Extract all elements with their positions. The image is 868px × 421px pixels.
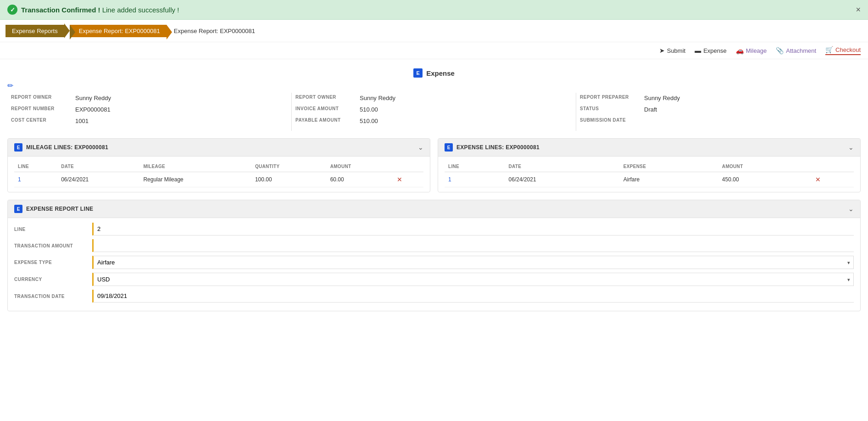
- success-banner: ✓ Transaction Confirmed ! Line added suc…: [0, 0, 868, 20]
- submit-button[interactable]: ➤ Submit: [659, 47, 685, 54]
- attachment-icon: 📎: [776, 47, 784, 54]
- invoice-amount-value: 510.00: [360, 106, 378, 113]
- expense-report-line-panel: E EXPENSE REPORT LINE ⌄ LINE TRANSACTION…: [7, 200, 861, 311]
- col-expense-e: EXPENSE: [620, 161, 718, 172]
- transaction-amount-input[interactable]: [92, 239, 854, 252]
- form-panel-title: EXPENSE REPORT LINE: [26, 206, 93, 212]
- report-preparer-value: Sunny Reddy: [644, 95, 680, 101]
- breadcrumb: Expense Reports Expense Report: EXP00000…: [0, 20, 868, 42]
- expense-table-header: LINE DATE EXPENSE AMOUNT: [445, 161, 854, 172]
- transaction-amount-label: TRANSACTION AMOUNT: [14, 243, 92, 248]
- col-action: [393, 161, 423, 172]
- panels-row: E MILEAGE LINES: EXP0000081 ⌄ LINE DATE …: [7, 138, 861, 192]
- expense-center-header: E Expense: [7, 68, 861, 78]
- mileage-panel-title: MILEAGE LINES: EXP0000081: [26, 144, 108, 151]
- submission-date-label: SUBMISSION DATE: [580, 118, 644, 123]
- currency-select-wrapper: USD EUR GBP CAD ▾: [92, 273, 854, 286]
- mileage-delete-cell: ✕: [393, 172, 423, 187]
- expense-panel-chevron[interactable]: ⌄: [848, 144, 854, 151]
- form-panel-chevron[interactable]: ⌄: [848, 205, 854, 213]
- car-icon: 🚗: [736, 47, 744, 54]
- info-col-1: REPORT OWNER Sunny Reddy REPORT NUMBER E…: [7, 93, 292, 131]
- attachment-button[interactable]: 📎 Attachment: [776, 47, 816, 54]
- breadcrumb-item-2[interactable]: Expense Report: EXP0000081: [70, 25, 167, 37]
- mileage-panel-icon: E: [14, 143, 22, 152]
- expense-panel-icon: E: [445, 143, 453, 152]
- col-action-e: [812, 161, 854, 172]
- transaction-date-input[interactable]: [92, 290, 854, 303]
- line-field-label: LINE: [14, 227, 92, 232]
- mileage-table-header: LINE DATE MILEAGE QUANTITY AMOUNT: [14, 161, 423, 172]
- breadcrumb-current[interactable]: Expense Report: EXP0000081: [70, 25, 167, 37]
- col-amount: AMOUNT: [327, 161, 393, 172]
- form-section: LINE TRANSACTION AMOUNT EXPENSE TYPE Air…: [8, 218, 860, 311]
- edit-icon-row: ✏: [7, 79, 861, 93]
- expense-panel-body: LINE DATE EXPENSE AMOUNT 1 06/24/2021 Ai…: [438, 157, 860, 192]
- payable-amount-label: PAYABLE AMOUNT: [295, 118, 360, 123]
- status-label: STATUS: [580, 106, 644, 111]
- info-grid: REPORT OWNER Sunny Reddy REPORT NUMBER E…: [7, 93, 861, 131]
- form-row-currency: CURRENCY USD EUR GBP CAD ▾: [14, 273, 854, 286]
- col-date: DATE: [57, 161, 139, 172]
- expense-button[interactable]: ▬ Expense: [695, 47, 727, 54]
- col-line-e: LINE: [445, 161, 505, 172]
- checkout-icon: 🛒: [825, 46, 833, 53]
- col-quantity: QUANTITY: [251, 161, 327, 172]
- info-col-2: REPORT OWNER Sunny Reddy INVOICE AMOUNT …: [292, 93, 576, 131]
- edit-icon[interactable]: ✏: [7, 82, 13, 90]
- expense-date: 06/24/2021: [505, 172, 620, 187]
- success-text: Transaction Confirmed ! Line added succe…: [21, 6, 179, 14]
- expense-type-select-wrapper: Airfare Hotel Meals Transportation Other…: [92, 256, 854, 269]
- expense-type-select[interactable]: Airfare Hotel Meals Transportation Other: [92, 256, 854, 269]
- mileage-panel-chevron[interactable]: ⌄: [418, 144, 423, 151]
- col-date-e: DATE: [505, 161, 620, 172]
- cost-center-label: COST CENTER: [11, 118, 75, 123]
- breadcrumb-link-expense-reports[interactable]: Expense Reports: [6, 25, 64, 37]
- form-row-expense-type: EXPENSE TYPE Airfare Hotel Meals Transpo…: [14, 256, 854, 269]
- currency-select[interactable]: USD EUR GBP CAD: [92, 273, 854, 286]
- breadcrumb-item-1[interactable]: Expense Reports: [6, 23, 70, 38]
- cost-center-value: 1001: [75, 118, 89, 124]
- success-icon: ✓: [7, 5, 17, 15]
- status-value: Draft: [644, 106, 657, 113]
- currency-label: CURRENCY: [14, 277, 92, 282]
- payable-amount-value: 510.00: [360, 118, 378, 124]
- form-row-line: LINE: [14, 223, 854, 236]
- expense-expense: Airfare: [620, 172, 718, 187]
- mileage-amount: 60.00: [327, 172, 393, 187]
- expense-panel-title: EXPENSE LINES: EXP0000081: [456, 144, 540, 151]
- mileage-date: 06/24/2021: [57, 172, 139, 187]
- report-owner-value-1: Sunny Reddy: [75, 95, 111, 101]
- checkout-button[interactable]: 🛒 Checkout: [825, 46, 861, 55]
- col-line: LINE: [14, 161, 57, 172]
- info-col-3: REPORT PREPARER Sunny Reddy STATUS Draft…: [576, 93, 861, 131]
- col-amount-e: AMOUNT: [718, 161, 812, 172]
- form-panel-icon: E: [14, 205, 22, 213]
- expense-center-icon: E: [413, 68, 423, 78]
- report-number-value: EXP0000081: [75, 106, 111, 113]
- mileage-panel-header: E MILEAGE LINES: EXP0000081 ⌄: [8, 139, 430, 157]
- form-row-transaction-date: TRANSACTION DATE: [14, 290, 854, 303]
- transaction-date-label: TRANSACTION DATE: [14, 294, 92, 299]
- submit-icon: ➤: [659, 47, 665, 54]
- expense-center-title: Expense: [426, 69, 455, 77]
- expense-panel-header: E EXPENSE LINES: EXP0000081 ⌄: [438, 139, 860, 157]
- report-owner-label-2: REPORT OWNER: [295, 95, 360, 100]
- report-preparer-label: REPORT PREPARER: [580, 95, 644, 100]
- table-row: 1 06/24/2021 Regular Mileage 100.00 60.0…: [14, 172, 423, 187]
- expense-delete-button[interactable]: ✕: [815, 176, 821, 183]
- expense-type-label: EXPENSE TYPE: [14, 260, 92, 265]
- close-button[interactable]: ×: [856, 5, 861, 15]
- mileage-line[interactable]: 1: [14, 172, 57, 187]
- line-field-input[interactable]: [92, 223, 854, 236]
- form-row-transaction-amount: TRANSACTION AMOUNT: [14, 239, 854, 252]
- mileage-quantity: 100.00: [251, 172, 327, 187]
- expense-line[interactable]: 1: [445, 172, 505, 187]
- mileage-button[interactable]: 🚗 Mileage: [736, 47, 767, 54]
- report-owner-value-2: Sunny Reddy: [360, 95, 395, 101]
- mileage-delete-button[interactable]: ✕: [397, 176, 402, 183]
- report-number-label: REPORT NUMBER: [11, 106, 75, 111]
- col-mileage: MILEAGE: [139, 161, 251, 172]
- mileage-panel-body: LINE DATE MILEAGE QUANTITY AMOUNT 1 06/2…: [8, 157, 430, 192]
- mileage-mileage: Regular Mileage: [139, 172, 251, 187]
